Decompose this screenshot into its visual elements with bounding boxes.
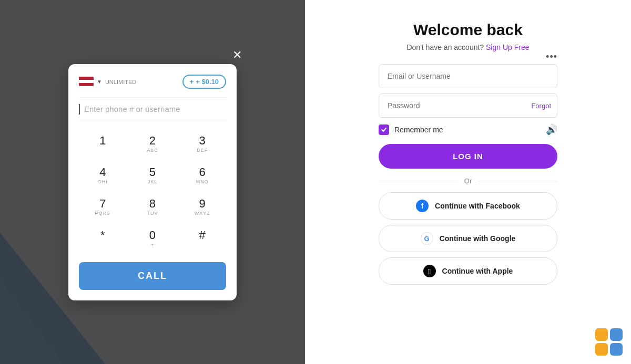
more-options-icon[interactable]: ••• [546, 51, 557, 63]
dial-num-7: 7 [79, 198, 127, 210]
plan-label: UNLIMITED [105, 79, 136, 85]
dial-key-2[interactable]: 2 ABC [129, 130, 177, 159]
remember-row: Remember me 🔊 [379, 124, 557, 136]
facebook-icon: f [416, 200, 429, 212]
google-button-label: Continue with Google [440, 234, 516, 243]
checkmark-icon [381, 127, 387, 133]
close-button[interactable]: ✕ [232, 48, 242, 62]
logo-tile-2 [610, 328, 623, 341]
or-divider: Or [379, 177, 557, 185]
dial-sub-3: DEF [178, 148, 226, 154]
dial-key-0[interactable]: 0 + [129, 224, 177, 254]
logo-tile-3 [595, 343, 608, 356]
google-login-button[interactable]: G Continue with Google [379, 225, 557, 252]
dial-num-2: 2 [129, 135, 177, 147]
dial-num-5: 5 [129, 167, 177, 178]
login-subtitle: Don't have an account? Sign Up Free [406, 43, 529, 51]
dial-num-3: 3 [178, 135, 226, 147]
logo-tile-4 [610, 343, 623, 356]
dial-key-7[interactable]: 7 PQRS [79, 193, 127, 222]
dial-num-8: 8 [129, 198, 177, 210]
dial-num-hash: # [178, 230, 226, 241]
dial-key-star[interactable]: * [79, 224, 127, 254]
phone-input-area[interactable]: Enter phone # or username [79, 97, 226, 121]
apple-icon:  [423, 265, 436, 277]
login-panel: Welcome back Don't have an account? Sign… [305, 0, 631, 364]
dial-num-6: 6 [178, 167, 226, 178]
dial-num-star: * [79, 230, 127, 241]
dial-key-5[interactable]: 5 JKL [129, 161, 177, 191]
apple-login-button[interactable]:  Continue with Apple [379, 257, 557, 285]
dial-sub-1 [79, 148, 127, 154]
dial-sub-6: MNO [178, 179, 226, 185]
dial-sub-4: GHI [79, 179, 127, 185]
dial-sub-5: JKL [129, 179, 177, 185]
dial-sub-8: TUV [129, 211, 177, 217]
dialer-header: ▼ UNLIMITED + + $0.10 [79, 75, 226, 89]
dial-key-3[interactable]: 3 DEF [178, 130, 226, 159]
dial-sub-hash [178, 242, 226, 248]
or-text: Or [464, 177, 472, 185]
logo-tile-1 [595, 328, 608, 341]
divider-line-right [478, 181, 557, 181]
divider-line-left [379, 181, 458, 181]
login-button[interactable]: LOG IN [379, 144, 557, 169]
chevron-down-icon: ▼ [97, 79, 102, 85]
dialer-card: ✕ ▼ UNLIMITED + + $0.10 Enter phone # o [68, 64, 237, 300]
dial-key-8[interactable]: 8 TUV [129, 193, 177, 222]
dial-sub-7: PQRS [79, 211, 127, 217]
dialpad: 1 2 ABC 3 DEF 4 GHI 5 JKL 6 MNO [79, 130, 226, 254]
phone-placeholder: Enter phone # or username [84, 105, 180, 113]
dial-key-9[interactable]: 9 WXYZ [178, 193, 226, 222]
credit-badge[interactable]: + + $0.10 [182, 75, 226, 89]
apple-button-label: Continue with Apple [442, 267, 513, 275]
dial-sub-9: WXYZ [178, 211, 226, 217]
text-cursor [79, 104, 80, 115]
password-field[interactable] [379, 93, 557, 118]
dial-key-hash[interactable]: # [178, 224, 226, 254]
dialer-overlay: ✕ ▼ UNLIMITED + + $0.10 Enter phone # o [0, 0, 305, 364]
dial-sub-star [79, 242, 127, 248]
facebook-login-button[interactable]: f Continue with Facebook [379, 192, 557, 220]
subtitle-text: Don't have an account? [406, 43, 484, 51]
password-row: Forgot [379, 93, 557, 118]
dial-num-0: 0 [129, 230, 177, 241]
dial-num-4: 4 [79, 167, 127, 178]
remember-me-checkbox[interactable] [379, 124, 389, 135]
dial-sub-2: ABC [129, 148, 177, 154]
dial-key-6[interactable]: 6 MNO [178, 161, 226, 191]
sound-icon[interactable]: 🔊 [546, 124, 557, 136]
dial-key-1[interactable]: 1 [79, 130, 127, 159]
email-field[interactable] [379, 64, 557, 88]
signup-link[interactable]: Sign Up Free [486, 43, 529, 51]
us-flag-icon [79, 77, 94, 86]
login-form: ••• Forgot Remember me 🔊 LOG IN [379, 64, 557, 177]
country-selector[interactable]: ▼ UNLIMITED [79, 77, 136, 86]
dial-num-9: 9 [178, 198, 226, 210]
dial-sub-0: + [129, 242, 177, 248]
forgot-password-link[interactable]: Forgot [531, 102, 551, 110]
dial-num-1: 1 [79, 135, 127, 147]
remember-label: Remember me [394, 126, 443, 134]
google-icon: G [421, 232, 433, 245]
credit-amount: + $0.10 [196, 78, 219, 86]
call-button[interactable]: CALL [79, 262, 226, 290]
login-title: Welcome back [413, 21, 523, 39]
plus-icon: + [190, 78, 194, 86]
facebook-button-label: Continue with Facebook [435, 202, 520, 210]
app-logo [595, 328, 623, 356]
dial-key-4[interactable]: 4 GHI [79, 161, 127, 191]
